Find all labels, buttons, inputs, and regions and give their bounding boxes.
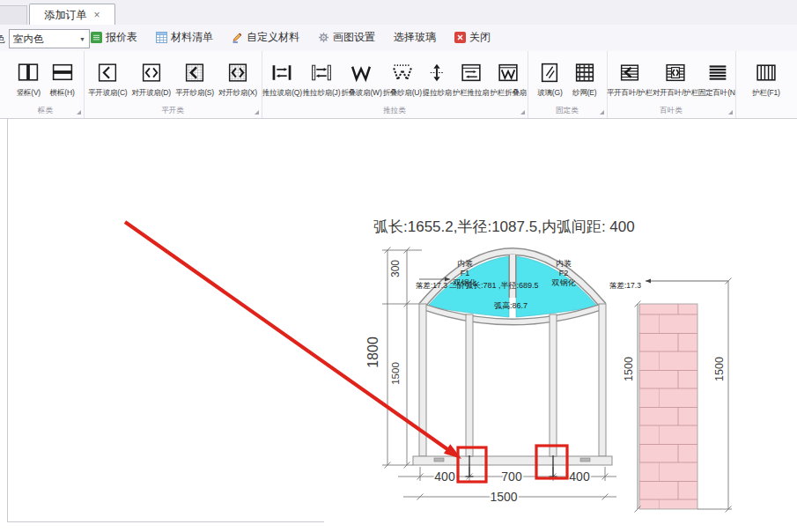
material-list-button[interactable]: 材料清单	[153, 28, 216, 47]
ribbon-item-horizontal-frame[interactable]: 横框(H)	[50, 59, 75, 99]
group-dialog-launcher-icon[interactable]	[600, 110, 604, 115]
double-casement-louver-icon	[663, 59, 688, 86]
ribbon-item-fixed-louver[interactable]: 固定百叶(N)	[698, 59, 736, 99]
tab-label: 添加订单	[44, 8, 86, 23]
ribbon-group-louver: 平开百叶/护栏 对开百叶/护栏 固定百叶(N) 百叶类	[607, 51, 736, 118]
panel-f2-line2: F2	[559, 269, 569, 277]
toolbar: 色 室内色 ▼ 报价表 材料清单 自定义材料 画图设置 选择玻璃 关闭	[0, 25, 797, 52]
railing-sliding-icon	[459, 59, 483, 86]
ribbon-group-frame: 竖框(V) 横框(H) 框类	[7, 51, 85, 118]
interior-color-value: 室内色	[13, 33, 44, 46]
tab-close-icon[interactable]: ×	[93, 10, 100, 20]
horizontal-frame-icon	[50, 59, 75, 86]
chevron-down-icon: ▼	[79, 36, 85, 42]
drop-left-label: 落差:17.3	[416, 281, 447, 290]
panel-f1-line2: F1	[461, 269, 470, 277]
tab-add-order[interactable]: 添加订单 ×	[29, 4, 115, 26]
ribbon-item-fixed-glass[interactable]: 玻璃(G)	[537, 59, 562, 99]
vertical-frame-icon	[16, 59, 41, 86]
group-dialog-launcher-icon[interactable]	[255, 110, 259, 115]
annotation-red-arrow	[125, 222, 461, 459]
window-frame[interactable]	[413, 304, 612, 465]
ribbon-item-casement-screen-sash[interactable]: 平开纱扇(S)	[175, 59, 214, 99]
double-casement-glass-icon	[139, 59, 164, 86]
design-canvas[interactable]: 内装 F1 双钢化 内装 F2 双钢化 落差:17.3 二阶弧长:781 ,半径…	[0, 119, 797, 532]
ribbon-item-folding-glass-sash[interactable]: 折叠玻扇(W)	[341, 59, 381, 99]
tab-bar: 添加订单 ×	[0, 0, 797, 25]
material-list-label: 材料清单	[171, 30, 213, 45]
drop-right-label: 落差:17.3	[609, 281, 641, 290]
group-label-louver: 百叶类	[607, 106, 735, 116]
arc-height-label: 弧高:86.7	[494, 301, 528, 310]
select-glass-label: 选择玻璃	[394, 30, 436, 45]
group-dialog-launcher-icon[interactable]	[520, 110, 525, 115]
ribbon-item-sliding-glass-sash[interactable]: 推拉玻扇(Q)	[262, 59, 302, 99]
folding-glass-icon	[349, 59, 373, 86]
drawing-settings-button[interactable]: 画图设置	[315, 28, 378, 47]
sliding-screen-icon	[309, 59, 334, 86]
panel-f1-line1: 内装	[457, 259, 473, 268]
quotation-table-icon	[91, 32, 102, 43]
ribbon-item-fixed-screen[interactable]: 纱网(E)	[572, 59, 597, 99]
panel-f2-line1: 内装	[556, 259, 572, 268]
ribbon-item-vertical-frame[interactable]: 竖框(V)	[16, 59, 41, 99]
dim-total-height: 1800	[365, 336, 380, 368]
ribbon-item-double-casement-glass-sash[interactable]: 对开玻扇(D)	[132, 59, 171, 99]
group-dialog-launcher-icon[interactable]	[728, 110, 733, 115]
pencil-icon	[232, 32, 243, 43]
dim-arch-rise: 300	[389, 260, 402, 277]
select-glass-button[interactable]: 选择玻璃	[391, 28, 439, 47]
dim-right-height-2: 1500	[713, 357, 726, 381]
ribbon-item-casement-louver-railing[interactable]: 平开百叶/护栏	[607, 59, 653, 99]
custom-material-label: 自定义材料	[247, 30, 299, 45]
quotation-label: 报价表	[106, 30, 137, 45]
sliding-glass-icon	[269, 59, 294, 86]
casement-glass-icon	[95, 59, 120, 86]
dim-inner-height: 1500	[390, 362, 401, 385]
gear-icon	[318, 32, 329, 43]
dim-bottom-left: 400	[434, 469, 455, 484]
ribbon-item-folding-screen-sash[interactable]: 折叠纱扇(U)	[383, 59, 422, 99]
close-label: 关闭	[469, 30, 491, 45]
sill-tab	[580, 458, 590, 462]
casement-louver-icon	[617, 59, 642, 86]
close-x-icon	[454, 32, 466, 43]
dim-bottom-mid: 700	[501, 469, 522, 484]
group-label-fixed: 固定类	[528, 106, 607, 116]
ribbon-item-lift-screen-sash[interactable]: 提拉纱扇	[423, 59, 452, 99]
ribbon-item-railing-sliding-sash[interactable]: 护栏推拉扇	[453, 59, 490, 99]
ribbon-item-railing-folding-sash[interactable]: 护栏折叠扇	[490, 59, 527, 99]
close-button[interactable]: 关闭	[452, 28, 493, 47]
ribbon-group-fixed: 玻璃(G) 纱网(E) 固定类	[528, 51, 608, 118]
ribbon-item-railing[interactable]: 护栏(F1)	[752, 59, 779, 99]
interior-color-select[interactable]: 室内色 ▼	[9, 29, 90, 48]
dim-bottom-right: 400	[569, 469, 590, 484]
ribbon-item-sliding-screen-sash[interactable]: 推拉纱扇(J)	[303, 59, 341, 99]
ribbon-item-casement-glass-sash[interactable]: 平开玻扇(C)	[88, 59, 127, 99]
group-label-casement: 平开类	[84, 106, 262, 116]
group-label-frame: 框类	[7, 106, 84, 116]
quotation-button[interactable]: 报价表	[88, 28, 140, 47]
lift-screen-icon	[424, 59, 449, 86]
brick-wall	[639, 304, 697, 509]
dim-bottom-total: 1500	[490, 490, 517, 504]
ribbon-item-double-casement-louver-railing[interactable]: 对开百叶/护栏	[653, 59, 698, 99]
tab-partial[interactable]	[0, 5, 27, 26]
toolbar-buttons: 报价表 材料清单 自定义材料 画图设置 选择玻璃 关闭	[88, 25, 493, 50]
fixed-screen-icon	[572, 59, 597, 86]
folding-screen-icon	[390, 59, 415, 86]
ribbon-group-railing: 护栏(F1)	[735, 51, 797, 118]
fixed-glass-icon	[537, 59, 562, 86]
double-casement-screen-icon	[225, 59, 250, 86]
dim-right-height-1: 1500	[623, 357, 635, 381]
railing-folding-icon	[496, 59, 520, 86]
casement-screen-icon	[182, 59, 207, 86]
ribbon-group-casement: 平开玻扇(C) 对开玻扇(D) 平开纱扇(S) 对开纱扇(X) 平开类	[84, 51, 262, 118]
group-dialog-launcher-icon[interactable]	[77, 110, 81, 115]
custom-material-button[interactable]: 自定义材料	[229, 28, 302, 47]
drawing-settings-label: 画图设置	[333, 30, 375, 45]
ribbon-item-double-casement-screen-sash[interactable]: 对开纱扇(X)	[218, 59, 257, 99]
railing-icon	[754, 59, 779, 86]
color-label-partial: 色	[0, 32, 5, 47]
ribbon-group-sliding: 推拉玻扇(Q) 推拉纱扇(J) 折叠玻扇(W) 折叠纱扇(U) 提拉纱扇 护栏推…	[262, 51, 528, 118]
